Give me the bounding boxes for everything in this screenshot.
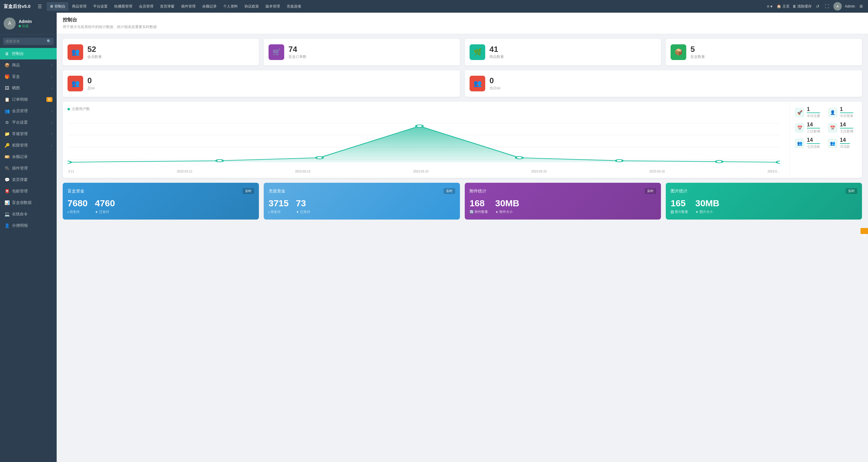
menu-list-icon[interactable]: ≡ ▾	[766, 3, 774, 10]
members-label: 会员数量	[87, 54, 102, 59]
topnav-item-recharge[interactable]: 充值选项	[284, 2, 304, 11]
svg-point-11	[776, 161, 780, 164]
sidebar-item-permissions[interactable]: 🔑 权限管理 ›	[0, 140, 57, 151]
images-values: 165 🖼 图片数量 30MB ▼ 图片大小	[671, 199, 857, 214]
settings-icon[interactable]: ⚙	[858, 3, 864, 10]
sidebar-item-fake-data[interactable]: 📊 盲盒假数据	[0, 197, 57, 208]
sidebar-item-commission[interactable]: 👤 分佣明细	[0, 220, 57, 231]
sidebar-item-label: 平台设置	[12, 120, 49, 125]
sidebar-item-orders[interactable]: 📋 订单明细 新	[0, 94, 57, 105]
recharge-paid-label: ▼ 已支付	[296, 210, 310, 214]
refresh-small-icon: 🔄	[470, 210, 474, 214]
attachment-title: 附件统计	[470, 189, 487, 194]
sidebar-item-晒图[interactable]: 🖼 晒图 ›	[0, 82, 57, 94]
status-dot-icon	[19, 25, 21, 27]
sidebar-search-box[interactable]: 🔍	[3, 38, 54, 45]
sidebar-user-status: 在线	[19, 24, 53, 28]
chevron-right-icon: ›	[51, 132, 53, 136]
svg-point-9	[616, 160, 623, 162]
topnav-item-platform[interactable]: 平台设置	[90, 2, 111, 11]
images-size: 30MB ▼ 图片大小	[695, 199, 719, 214]
permissions-icon: 🔑	[4, 143, 10, 148]
refresh-icon[interactable]: ↺	[815, 3, 821, 10]
chevron-right-icon: ›	[51, 75, 53, 79]
search-icon: 🔍	[47, 39, 51, 44]
search-input[interactable]	[5, 39, 47, 44]
chevron-right-icon: ›	[51, 109, 53, 113]
page-body: 👥 52 会员数量 🛒 74 盲盒订单数 🌿 41	[57, 34, 868, 224]
topnav-item-goods[interactable]: 商品管理	[69, 2, 90, 11]
sidebar-item-dashboard[interactable]: 🖥 控制台	[0, 48, 57, 59]
images-size-label: ▼ 图片大小	[695, 210, 719, 214]
topnav-item-profile[interactable]: 个人资料	[220, 2, 241, 11]
user-avatar-top[interactable]: A	[833, 2, 842, 10]
images-count-value: 165	[671, 199, 688, 208]
recharge-pending-pay: 3715 ▪ 待支付	[269, 199, 289, 214]
topnav-item-member[interactable]: 会员管理	[136, 2, 156, 11]
sidebar-item-label: 晒图	[12, 85, 49, 91]
stat-info-total-uv: 0 总uv	[87, 77, 95, 91]
sidebar-item-label: 控制台	[12, 51, 53, 56]
page-subtitle: 用于展示当前系统中的统计数据、统计报表及重要实时数据	[63, 24, 862, 30]
toggle-sidebar-button[interactable]: ☰	[36, 2, 43, 10]
topnav-item-version[interactable]: 版本管理	[262, 2, 283, 11]
sidebar-item-platform[interactable]: ⚙ 平台设置 ›	[0, 117, 57, 128]
svg-point-7	[416, 125, 423, 127]
chevron-right-icon: ›	[51, 144, 53, 147]
x-label-7: 2023-0...	[767, 170, 779, 173]
down3-icon: ▼	[495, 210, 498, 214]
bottom-card-attachment: 附件统计 实时 168 🔄 附件数量 30MB	[465, 183, 661, 220]
sidebar-item-homepage-popup[interactable]: 💬 首页弹窗	[0, 174, 57, 185]
sidebar-item-blindbox[interactable]: 🎁 盲盒 ›	[0, 71, 57, 82]
sidebar-item-online-cmd[interactable]: 💻 在线命令	[0, 208, 57, 220]
chevron-right-icon: ›	[51, 121, 53, 124]
x-label-4: 2023-03-14	[413, 170, 429, 173]
orders-icon: 📋	[4, 97, 10, 102]
sidebar-item-balance[interactable]: 💴 余额记录	[0, 151, 57, 163]
attachment-values: 168 🔄 附件数量 30MB ▼ 附件大小	[470, 199, 656, 214]
sidebar-item-general[interactable]: 📁 常规管理 ›	[0, 128, 57, 140]
sidebar-user-info: Admin 在线	[19, 19, 53, 28]
fullscreen-icon[interactable]: ⛶	[824, 3, 830, 10]
realtime-badge-1: 实时	[243, 188, 254, 194]
topnav-item-policy[interactable]: 协议政策	[241, 2, 262, 11]
clear-cache-button[interactable]: 🗑 清除缓存	[793, 4, 812, 9]
page-header: 控制台 用于展示当前系统中的统计数据、统计报表及重要实时数据	[57, 13, 868, 34]
chart-legend-label: 注册用户数	[72, 107, 90, 112]
stat-info-orders: 74 盲盒订单数	[288, 45, 307, 59]
sidebar-item-label: 分佣明细	[12, 223, 53, 228]
sidebar-item-plugin[interactable]: 🔌 插件管理	[0, 163, 57, 174]
stat-card-products: 🌿 41 商品数量	[465, 39, 661, 65]
orders-stat-icon: 🛒	[269, 44, 284, 60]
members-count: 52	[87, 45, 102, 53]
topnav-item-plugin[interactable]: 插件管理	[178, 2, 198, 11]
sidebar-item-mail[interactable]: 📮 包邮管理	[0, 185, 57, 197]
boxes-count: 5	[690, 45, 705, 53]
topnav-item-dashboard[interactable]: 🖥 控制台	[47, 2, 68, 11]
photo-icon: 🖼	[4, 86, 10, 90]
sidebar: A Admin 在线 🔍 🖥 控制台 📦 商品 ›	[0, 13, 57, 462]
bottom-card-recharge-fund: 充值资金 实时 3715 ▪ 待支付 73	[264, 183, 460, 220]
balance-icon: 💴	[4, 154, 10, 159]
admin-name-top[interactable]: Admin	[845, 4, 855, 8]
x-label-2: 2023-03-12	[177, 170, 192, 173]
chart-stat-7day-active: 👥 14 七日活跃	[795, 137, 824, 149]
attachment-header: 附件统计 实时	[470, 188, 656, 194]
sidebar-item-label: 商品	[12, 62, 49, 68]
today-login-info: 1 今日登录	[840, 107, 853, 118]
attachment-size-label: ▼ 附件大小	[495, 210, 519, 214]
calendar-icon: 📅	[795, 123, 804, 133]
stat-card-daily-uv: 👥 0 当日uv	[465, 70, 862, 97]
today-register-label: 今日注册	[807, 113, 820, 118]
monthly-active-info: 14 月活跃	[840, 137, 850, 149]
topnav-item-balance[interactable]: 余额记录	[199, 2, 220, 11]
products-stat-icon: 🌿	[470, 44, 485, 60]
popup-icon: 💬	[4, 177, 10, 182]
home-link[interactable]: 🏠 主页	[777, 4, 789, 9]
topnav-item-carousel[interactable]: 轮播图管理	[111, 2, 135, 11]
topnav-item-popup[interactable]: 首页弹窗	[157, 2, 178, 11]
right-side-tab[interactable]: 消息	[861, 228, 868, 234]
stat-info-members: 52 会员数量	[87, 45, 102, 59]
sidebar-item-goods[interactable]: 📦 商品 ›	[0, 59, 57, 71]
sidebar-item-members[interactable]: 👥 会员管理 ›	[0, 105, 57, 117]
